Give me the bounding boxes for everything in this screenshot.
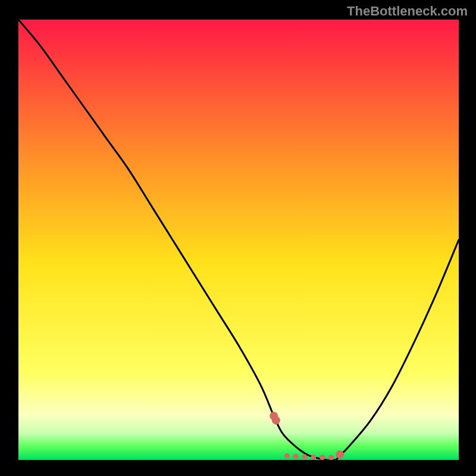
curve-marker-large xyxy=(272,416,280,424)
curve-marker-small xyxy=(284,453,290,459)
curve-marker-small xyxy=(293,454,299,459)
curve-marker-small xyxy=(302,454,308,459)
curve-marker-large xyxy=(336,450,344,459)
chart-container: TheBottleneck.com xyxy=(0,0,476,476)
curve-marker-small xyxy=(311,455,316,460)
bottleneck-curve-chart xyxy=(18,20,459,460)
plot-area xyxy=(18,20,459,460)
gradient-background xyxy=(18,20,459,460)
watermark-text: TheBottleneck.com xyxy=(347,4,468,19)
